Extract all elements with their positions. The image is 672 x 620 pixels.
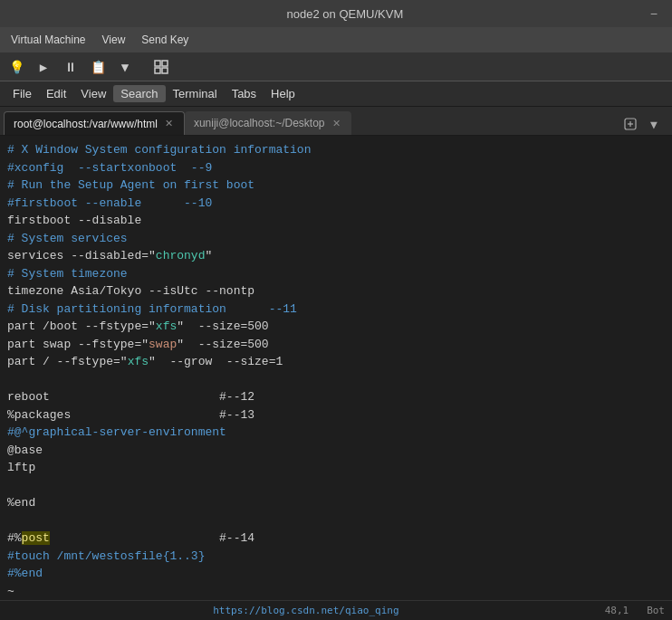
toolbar-power-icon[interactable]: 💡 <box>4 55 29 79</box>
tab-actions: ▼ <box>619 113 668 135</box>
toolbar-pause-icon[interactable]: ⏸ <box>58 55 83 79</box>
line-16: %packages #--13 <box>7 406 665 424</box>
line-23: #%post #--14 <box>7 529 665 548</box>
menu-tabs[interactable]: Tabs <box>225 85 264 102</box>
vm-menu-send-key[interactable]: Send Key <box>136 32 194 48</box>
line-24: #touch /mnt/westosfile{1..3} <box>7 548 665 566</box>
toolbar-screenshot-icon[interactable]: 📋 <box>85 55 110 79</box>
line-26: ~ <box>7 583 665 601</box>
line-9: timezone Asia/Tokyo --isUtc --nontp <box>7 282 665 300</box>
menu-view[interactable]: View <box>73 85 113 102</box>
tab-2-close[interactable]: ✕ <box>331 117 342 130</box>
line-7: services --disabled="chronyd" <box>7 247 665 265</box>
svg-rect-1 <box>162 61 168 66</box>
line-1: # X Window System configuration informat… <box>7 141 665 159</box>
status-link[interactable]: https://blog.csdn.net/qiao_qing <box>213 605 398 616</box>
line-6: # System services <box>7 230 665 248</box>
tab-1-label: root@localhost:/var/www/html <box>14 118 158 130</box>
menu-edit[interactable]: Edit <box>39 85 73 102</box>
menu-help[interactable]: Help <box>264 85 302 102</box>
line-4: #firstboot --enable --10 <box>7 195 665 213</box>
tab-dropdown-button[interactable]: ▼ <box>643 113 665 135</box>
tab-1[interactable]: root@localhost:/var/www/html ✕ <box>4 111 185 135</box>
terminal-content[interactable]: # X Window System configuration informat… <box>0 136 672 600</box>
line-18: @base <box>7 442 665 460</box>
status-bar: https://blog.csdn.net/qiao_qing 48,1 Bot <box>0 600 672 620</box>
window-title: node2 on QEMU/KVM <box>45 7 645 21</box>
tab-1-close[interactable]: ✕ <box>163 117 175 130</box>
minimize-button[interactable]: − <box>645 5 663 23</box>
tab-bar: root@localhost:/var/www/html ✕ xuniji@lo… <box>0 107 672 136</box>
line-17: #@^graphical-server-environment <box>7 424 665 442</box>
svg-rect-3 <box>162 68 168 73</box>
svg-rect-0 <box>155 61 160 66</box>
toolbar-dropdown-icon[interactable]: ▼ <box>112 55 138 79</box>
svg-rect-2 <box>155 68 160 73</box>
line-21: %end <box>7 494 665 512</box>
line-22 <box>7 512 665 530</box>
line-14 <box>7 371 665 389</box>
term-toolbar: 💡 ▶ ⏸ 📋 ▼ <box>0 52 672 81</box>
menubar: File Edit View Search Terminal Tabs Help <box>0 81 672 107</box>
tab-2[interactable]: xuniji@localhost:~/Desktop ✕ <box>185 111 351 135</box>
line-20 <box>7 477 665 495</box>
vm-toolbar: Virtual Machine View Send Key <box>0 27 672 52</box>
vm-menu-virtual-machine[interactable]: Virtual Machine <box>5 32 91 48</box>
tab-new-button[interactable] <box>619 113 641 135</box>
title-bar-controls: − <box>645 5 663 23</box>
status-position: 48,1 Bot <box>605 605 665 616</box>
line-25: #%end <box>7 565 665 583</box>
menu-terminal[interactable]: Terminal <box>166 85 225 102</box>
title-bar: node2 on QEMU/KVM − <box>0 0 672 27</box>
line-2: #xconfig --startxonboot --9 <box>7 159 665 177</box>
line-5: firstboot --disable <box>7 212 665 230</box>
line-15: reboot #--12 <box>7 388 665 406</box>
line-11: part /boot --fstype="xfs" --size=500 <box>7 318 665 336</box>
vm-menu-view[interactable]: View <box>97 32 131 48</box>
line-19: lftp <box>7 459 665 477</box>
toolbar-play-icon[interactable]: ▶ <box>31 55 56 79</box>
menu-search[interactable]: Search <box>113 85 165 102</box>
line-10: # Disk partitioning information --11 <box>7 300 665 319</box>
tab-2-label: xuniji@localhost:~/Desktop <box>194 117 325 129</box>
line-8: # System timezone <box>7 265 665 283</box>
line-13: part / --fstype="xfs" --grow --size=1 <box>7 353 665 371</box>
line-12: part swap --fstype="swap" --size=500 <box>7 336 665 354</box>
toolbar-fullscreen-icon[interactable] <box>149 55 174 79</box>
menu-file[interactable]: File <box>5 85 39 102</box>
line-3: # Run the Setup Agent on first boot <box>7 176 665 195</box>
